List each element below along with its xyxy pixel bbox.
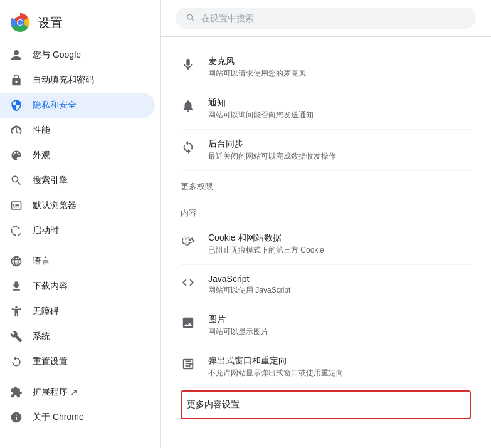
sidebar-item-privacy-label: 隐私和安全 bbox=[33, 100, 77, 111]
sidebar-item-privacy[interactable]: 隐私和安全 bbox=[0, 93, 155, 118]
cookies-desc: 已阻止无痕模式下的第三方 Cookie bbox=[208, 245, 471, 256]
svg-point-5 bbox=[185, 238, 187, 240]
more-content-settings-label: 更多内容设置 bbox=[187, 399, 465, 410]
microphone-desc: 网站可以请求使用您的麦克风 bbox=[208, 68, 471, 79]
appearance-icon bbox=[10, 149, 23, 162]
sidebar-item-extensions[interactable]: 扩展程序 ↗ bbox=[0, 380, 155, 405]
reset-icon bbox=[10, 355, 23, 368]
content-text-javascript: JavaScript 网站可以使用 JavaScript bbox=[208, 274, 471, 296]
content-area: 麦克风 网站可以请求使用您的麦克风 通知 网站可以询问能否向您发送通知 后台同步… bbox=[161, 37, 491, 448]
sidebar-item-browser[interactable]: 默认浏览器 bbox=[0, 193, 155, 218]
person-icon bbox=[10, 49, 23, 61]
content-item-background[interactable]: 后台同步 最近关闭的网站可以完成数据收发操作 bbox=[181, 130, 471, 171]
svg-point-4 bbox=[18, 20, 23, 25]
sidebar-item-appearance-label: 外观 bbox=[33, 150, 50, 161]
notifications-title: 通知 bbox=[208, 97, 471, 108]
cookies-title: Cookie 和网站数据 bbox=[208, 232, 471, 244]
background-desc: 最近关闭的网站可以完成数据收发操作 bbox=[208, 151, 471, 162]
sidebar-item-appearance[interactable]: 外观 bbox=[0, 143, 155, 168]
search-engine-icon bbox=[10, 174, 23, 187]
svg-point-8 bbox=[186, 242, 187, 243]
sidebar-item-autofill[interactable]: 自动填充和密码 bbox=[0, 68, 155, 93]
content-item-microphone[interactable]: 麦克风 网站可以请求使用您的麦克风 bbox=[181, 47, 471, 88]
sidebar-divider-1 bbox=[0, 246, 160, 246]
content-item-images[interactable]: 图片 网站可以显示图片 bbox=[181, 305, 471, 346]
sidebar-item-google-label: 您与 Google bbox=[33, 49, 81, 61]
search-input[interactable] bbox=[201, 13, 466, 23]
notifications-icon bbox=[181, 98, 196, 113]
lock-icon bbox=[10, 74, 23, 86]
sidebar-item-search[interactable]: 搜索引擎 bbox=[0, 168, 155, 193]
javascript-icon bbox=[181, 275, 196, 290]
popups-desc: 不允许网站显示弹出式窗口或使用重定向 bbox=[208, 368, 471, 378]
background-sync-icon bbox=[181, 140, 196, 155]
language-icon bbox=[10, 255, 23, 268]
sidebar-item-about-label: 关于 Chrome bbox=[33, 412, 84, 423]
cookies-icon bbox=[181, 234, 196, 249]
sidebar-item-language[interactable]: 语言 bbox=[0, 249, 155, 274]
sidebar-item-performance[interactable]: 性能 bbox=[0, 118, 155, 143]
sidebar-item-language-label: 语言 bbox=[33, 256, 50, 267]
more-permissions-label: 更多权限 bbox=[181, 171, 471, 197]
content-item-notifications[interactable]: 通知 网站可以询问能否向您发送通知 bbox=[181, 88, 471, 130]
sidebar-item-accessibility-label: 无障碍 bbox=[33, 306, 59, 317]
content-text-popups: 弹出式窗口和重定向 不允许网站显示弹出式窗口或使用重定向 bbox=[208, 355, 471, 378]
download-icon bbox=[10, 280, 23, 293]
popup-icon bbox=[181, 357, 196, 372]
sidebar-item-browser-label: 默认浏览器 bbox=[33, 200, 77, 211]
javascript-title: JavaScript bbox=[208, 274, 471, 284]
more-content-settings-item[interactable]: 更多内容设置 bbox=[181, 390, 471, 419]
sidebar-item-download-label: 下载内容 bbox=[33, 281, 68, 292]
content-text-cookies: Cookie 和网站数据 已阻止无痕模式下的第三方 Cookie bbox=[208, 232, 471, 256]
search-icon bbox=[186, 13, 196, 24]
sidebar-item-extensions-label-group: 扩展程序 ↗ bbox=[33, 387, 78, 398]
sidebar-title: 设置 bbox=[38, 14, 63, 31]
search-bar-container bbox=[161, 0, 491, 37]
javascript-desc: 网站可以使用 JavaScript bbox=[208, 285, 471, 296]
sidebar-item-search-label: 搜索引擎 bbox=[33, 175, 68, 186]
sidebar-item-about[interactable]: 关于 Chrome bbox=[0, 405, 155, 430]
content-item-cookies[interactable]: Cookie 和网站数据 已阻止无痕模式下的第三方 Cookie bbox=[181, 224, 471, 265]
sidebar-item-extensions-label: 扩展程序 bbox=[33, 387, 68, 398]
sidebar-item-google[interactable]: 您与 Google bbox=[0, 43, 155, 68]
sidebar-item-system-label: 系统 bbox=[33, 331, 50, 342]
system-icon bbox=[10, 330, 23, 343]
sidebar-item-reset[interactable]: 重置设置 bbox=[0, 349, 155, 374]
shield-icon bbox=[10, 99, 23, 112]
extensions-icon bbox=[10, 386, 23, 399]
about-icon bbox=[10, 411, 23, 424]
images-title: 图片 bbox=[208, 314, 471, 325]
browser-icon bbox=[10, 199, 23, 212]
main-content: 麦克风 网站可以请求使用您的麦克风 通知 网站可以询问能否向您发送通知 后台同步… bbox=[161, 0, 491, 448]
performance-icon bbox=[10, 124, 23, 137]
svg-point-7 bbox=[189, 239, 191, 241]
notifications-desc: 网站可以询问能否向您发送通知 bbox=[208, 110, 471, 120]
accessibility-icon bbox=[10, 305, 23, 318]
external-link-icon: ↗ bbox=[70, 387, 78, 397]
popups-title: 弹出式窗口和重定向 bbox=[208, 355, 471, 367]
content-text-images: 图片 网站可以显示图片 bbox=[208, 314, 471, 337]
sidebar-item-autofill-label: 自动填充和密码 bbox=[33, 75, 94, 86]
content-text-notifications: 通知 网站可以询问能否向您发送通知 bbox=[208, 97, 471, 120]
content-item-popups[interactable]: 弹出式窗口和重定向 不允许网站显示弹出式窗口或使用重定向 bbox=[181, 346, 471, 388]
search-bar bbox=[176, 8, 476, 29]
sidebar-divider-2 bbox=[0, 377, 160, 377]
images-desc: 网站可以显示图片 bbox=[208, 326, 471, 337]
sidebar-item-accessibility[interactable]: 无障碍 bbox=[0, 299, 155, 324]
content-label: 内容 bbox=[181, 197, 471, 224]
content-item-javascript[interactable]: JavaScript 网站可以使用 JavaScript bbox=[181, 265, 471, 305]
content-text-background: 后台同步 最近关闭的网站可以完成数据收发操作 bbox=[208, 138, 471, 162]
content-text-microphone: 麦克风 网站可以请求使用您的麦克风 bbox=[208, 56, 471, 79]
sidebar-item-performance-label: 性能 bbox=[33, 125, 50, 136]
sidebar-header: 设置 bbox=[0, 5, 160, 43]
sidebar: 设置 您与 Google 自动填充和密码 隐私和安全 性能 外观 bbox=[0, 0, 161, 448]
sidebar-item-download[interactable]: 下载内容 bbox=[0, 274, 155, 299]
chrome-logo-icon bbox=[10, 13, 30, 33]
sidebar-item-system[interactable]: 系统 bbox=[0, 324, 155, 349]
startup-icon bbox=[10, 224, 23, 237]
sidebar-item-reset-label: 重置设置 bbox=[33, 356, 68, 367]
microphone-title: 麦克风 bbox=[208, 56, 471, 67]
microphone-icon bbox=[181, 57, 196, 72]
images-icon bbox=[181, 315, 196, 330]
sidebar-item-startup[interactable]: 启动时 bbox=[0, 218, 155, 243]
